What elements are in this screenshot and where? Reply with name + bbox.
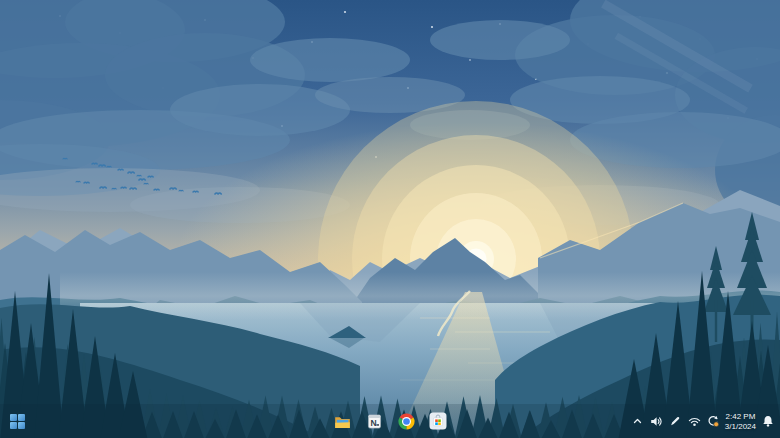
wifi-icon	[688, 415, 701, 427]
network-button[interactable]	[687, 412, 702, 430]
clock-time: 2:42 PM	[726, 412, 756, 422]
pen-button[interactable]	[668, 412, 683, 430]
microsoft-store-icon	[429, 412, 447, 430]
volume-icon	[650, 415, 663, 427]
system-tray: 2:42 PM 3/1/2024	[630, 412, 775, 431]
taskbar-app-file-explorer[interactable]	[331, 410, 353, 432]
taskbar-apps: N	[331, 410, 449, 432]
chrome-icon	[398, 413, 415, 430]
volume-button[interactable]	[649, 412, 664, 430]
pen-icon	[669, 415, 681, 427]
taskbar-app-microsoft-store[interactable]	[427, 410, 449, 432]
chevron-up-icon	[632, 416, 643, 427]
notepad-icon: N	[366, 413, 383, 430]
sync-icon	[706, 415, 720, 428]
hidden-icons-button[interactable]	[630, 412, 645, 430]
notifications-button[interactable]	[760, 412, 775, 430]
sync-status-badge	[714, 422, 719, 427]
sync-button[interactable]	[706, 412, 721, 430]
taskbar-clock[interactable]: 2:42 PM 3/1/2024	[725, 412, 756, 431]
clock-date: 3/1/2024	[725, 421, 756, 431]
taskbar-app-notepad[interactable]: N	[363, 410, 385, 432]
taskbar: N	[0, 404, 780, 438]
desktop: N	[0, 0, 780, 438]
windows-logo-icon	[10, 414, 25, 429]
taskbar-app-chrome[interactable]	[395, 410, 417, 432]
svg-text:N: N	[370, 417, 376, 427]
bell-icon	[762, 415, 774, 428]
file-explorer-icon	[334, 413, 351, 430]
start-button[interactable]	[6, 410, 28, 432]
wallpaper-image	[0, 0, 780, 438]
